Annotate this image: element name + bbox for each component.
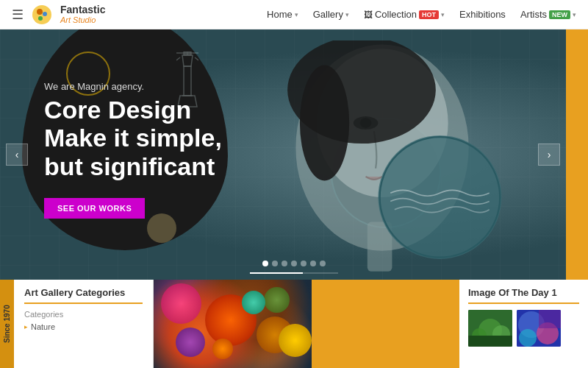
hero-cta-button[interactable]: see our works bbox=[44, 198, 145, 219]
nav-exhibitions[interactable]: Exhibitions bbox=[459, 9, 506, 20]
hero-title-line3: but significant bbox=[44, 152, 222, 181]
flower-decorative-6 bbox=[212, 339, 233, 359]
slider-dot-3[interactable] bbox=[282, 261, 287, 266]
logo-art-studio: Art Studio bbox=[60, 15, 105, 24]
spacer bbox=[312, 280, 459, 368]
image-of-day-thumb-1[interactable] bbox=[468, 310, 512, 347]
flower-decorative-8 bbox=[279, 324, 312, 357]
chevron-down-icon: ▾ bbox=[295, 11, 298, 18]
nav-gallery[interactable]: Gallery ▾ bbox=[313, 9, 349, 20]
slider-progress-fill bbox=[250, 272, 303, 274]
logo-icon bbox=[31, 4, 53, 26]
slider-dot-4[interactable] bbox=[291, 261, 297, 266]
collection-icon: 🖼 bbox=[364, 10, 373, 20]
svg-point-20 bbox=[378, 135, 501, 259]
slider-dot-7[interactable] bbox=[320, 261, 326, 266]
slider-dot-2[interactable] bbox=[272, 261, 278, 266]
categories-panel: Art Gallery Categories Categories ▸ Natu… bbox=[14, 280, 154, 368]
image-of-day-thumbs bbox=[468, 310, 579, 347]
chevron-down-icon: ▾ bbox=[573, 11, 576, 18]
category-item-nature[interactable]: ▸ Nature bbox=[24, 322, 143, 332]
categories-title: Art Gallery Categories bbox=[24, 287, 143, 304]
flower-decorative-2 bbox=[161, 283, 201, 324]
since-label: Since 1970 bbox=[0, 280, 14, 368]
chevron-down-icon: ▾ bbox=[441, 11, 445, 18]
hero-shape-yellow-bar bbox=[566, 29, 588, 280]
flower-decorative-7 bbox=[242, 291, 265, 314]
svg-rect-31 bbox=[539, 310, 561, 328]
slider-next-button[interactable]: › bbox=[538, 144, 560, 166]
hamburger-icon[interactable]: ☰ bbox=[12, 7, 24, 23]
new-badge: NEW bbox=[549, 10, 570, 19]
categories-label: Categories bbox=[24, 310, 143, 319]
svg-point-0 bbox=[32, 5, 51, 24]
slider-dot-5[interactable] bbox=[301, 261, 306, 266]
nav-artists[interactable]: Artists NEW ▾ bbox=[520, 9, 576, 20]
nav-collection[interactable]: 🖼 Collection HOT ▾ bbox=[364, 9, 445, 20]
logo-fantastic: Fantastic bbox=[60, 4, 105, 15]
header-nav: Home ▾ Gallery ▾ 🖼 Collection HOT ▾ Exhi… bbox=[267, 9, 576, 20]
nav-home[interactable]: Home ▾ bbox=[267, 9, 298, 20]
svg-line-12 bbox=[195, 57, 198, 60]
hero-title-line2: Make it simple, bbox=[44, 124, 222, 152]
slider-prev-button[interactable]: ‹ bbox=[6, 144, 28, 166]
svg-line-11 bbox=[176, 57, 180, 60]
hot-badge: HOT bbox=[419, 10, 439, 19]
bottom-section: Since 1970 Art Gallery Categories Catego… bbox=[0, 280, 588, 368]
flower-decorative-4 bbox=[176, 328, 205, 357]
hero-title-line1: Core Design bbox=[44, 96, 222, 124]
hero-content: We are Magnin agency. Core Design Make i… bbox=[44, 81, 222, 219]
svg-point-3 bbox=[38, 16, 43, 21]
svg-marker-5 bbox=[182, 55, 193, 66]
logo-text: Fantastic Art Studio bbox=[60, 4, 105, 24]
slider-dot-1[interactable] bbox=[262, 261, 268, 266]
chevron-down-icon: ▾ bbox=[345, 11, 349, 18]
featured-image-panel[interactable] bbox=[154, 280, 312, 368]
header-left: ☰ Fantastic Art Studio bbox=[12, 4, 105, 26]
slider-dot-6[interactable] bbox=[310, 261, 316, 266]
slider-dots bbox=[262, 261, 326, 266]
category-arrow-icon: ▸ bbox=[24, 323, 28, 330]
svg-point-30 bbox=[519, 329, 537, 347]
flower-decorative-5 bbox=[264, 287, 290, 313]
svg-point-18 bbox=[300, 66, 349, 181]
hero-agency-text: We are Magnin agency. bbox=[44, 81, 222, 92]
image-of-day-panel: Image Of The Day 1 bbox=[459, 280, 588, 368]
image-of-day-thumb-2[interactable] bbox=[517, 310, 561, 347]
svg-point-2 bbox=[43, 12, 47, 16]
slider-progress bbox=[250, 272, 338, 274]
header: ☰ Fantastic Art Studio Home ▾ Gallery ▾ … bbox=[0, 0, 588, 29]
featured-image bbox=[154, 280, 312, 368]
hero-woman-illustration bbox=[250, 40, 514, 280]
image-of-day-title: Image Of The Day 1 bbox=[468, 287, 579, 304]
svg-point-1 bbox=[37, 9, 43, 15]
hero-slider: We are Magnin agency. Core Design Make i… bbox=[0, 29, 588, 280]
svg-rect-26 bbox=[468, 336, 512, 347]
